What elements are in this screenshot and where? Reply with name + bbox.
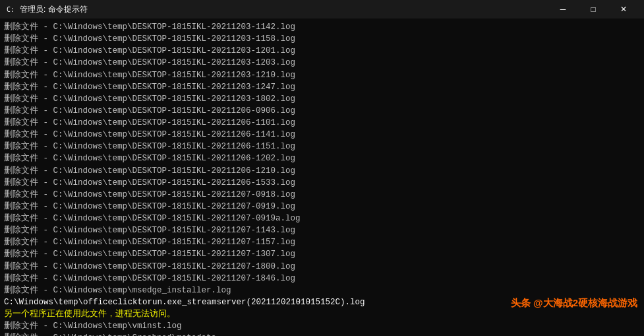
console-line: 删除文件 - C:\Windows\temp\DESKTOP-1815IKL-2…: [4, 118, 295, 127]
console-line: 删除文件 - C:\Windows\temp\vminst.log: [4, 321, 182, 331]
console-line: 删除文件 - C:\Windows\temp\DESKTOP-1815IKL-2…: [4, 262, 295, 271]
cmd-window: C: 管理员: 命令提示符 ─ □ ✕ 删除文件 - C:\Windows\te…: [0, 0, 644, 336]
console-line: 删除文件 - C:\Windows\temp\DESKTOP-1815IKL-2…: [4, 226, 295, 235]
close-button[interactable]: ✕: [608, 0, 639, 18]
console-line: 删除文件 - C:\Windows\temp\DESKTOP-1815IKL-2…: [4, 166, 295, 176]
title-bar-left: C: 管理员: 命令提示符: [5, 4, 88, 15]
console-line: 删除文件 - C:\Windows\temp\DESKTOP-1815IKL-2…: [4, 214, 301, 223]
console-line: 删除文件 - C:\Windows\temp\DESKTOP-1815IKL-2…: [4, 274, 295, 283]
maximize-button[interactable]: □: [578, 0, 608, 18]
console-output: 删除文件 - C:\Windows\temp\DESKTOP-1815IKL-2…: [4, 21, 640, 336]
title-bar: C: 管理员: 命令提示符 ─ □ ✕: [0, 0, 644, 18]
minimize-button[interactable]: ─: [548, 0, 578, 18]
console-line: 删除文件 - C:\Windows\temp\DESKTOP-1815IKL-2…: [4, 46, 295, 55]
console-area: 删除文件 - C:\Windows\temp\DESKTOP-1815IKL-2…: [0, 18, 644, 336]
console-line: 删除文件 - C:\Windows\temp\Crashpad\metadata: [4, 333, 216, 336]
console-line: 删除文件 - C:\Windows\temp\DESKTOP-1815IKL-2…: [4, 22, 295, 32]
console-line: 删除文件 - C:\Windows\temp\DESKTOP-1815IKL-2…: [4, 202, 295, 211]
console-line: 删除文件 - C:\Windows\temp\DESKTOP-1815IKL-2…: [4, 250, 295, 259]
console-line: 另一个程序正在使用此文件，进程无法访问。: [4, 310, 175, 319]
window-controls: ─ □ ✕: [548, 0, 639, 18]
console-line: 删除文件 - C:\Windows\temp\DESKTOP-1815IKL-2…: [4, 106, 295, 116]
console-line: 删除文件 - C:\Windows\temp\DESKTOP-1815IKL-2…: [4, 142, 295, 151]
console-line: 删除文件 - C:\Windows\temp\DESKTOP-1815IKL-2…: [4, 58, 295, 67]
cmd-icon: C:: [5, 4, 16, 15]
console-line: 删除文件 - C:\Windows\temp\DESKTOP-1815IKL-2…: [4, 83, 295, 92]
console-line: 删除文件 - C:\Windows\temp\DESKTOP-1815IKL-2…: [4, 190, 295, 199]
console-line: 删除文件 - C:\Windows\temp\DESKTOP-1815IKL-2…: [4, 178, 295, 187]
console-line: C:\Windows\temp\officeclicktorun.exe_str…: [4, 298, 365, 307]
svg-text:C:: C:: [7, 6, 15, 13]
watermark: 头条 @大海战2硬核海战游戏: [511, 297, 637, 310]
console-line: 删除文件 - C:\Windows\temp\msedge_installer.…: [4, 286, 231, 295]
console-line: 删除文件 - C:\Windows\temp\DESKTOP-1815IKL-2…: [4, 34, 295, 44]
console-line: 删除文件 - C:\Windows\temp\DESKTOP-1815IKL-2…: [4, 238, 295, 247]
console-line: 删除文件 - C:\Windows\temp\DESKTOP-1815IKL-2…: [4, 71, 295, 80]
console-line: 删除文件 - C:\Windows\temp\DESKTOP-1815IKL-2…: [4, 130, 295, 139]
window-title: 管理员: 命令提示符: [20, 4, 88, 15]
console-line: 删除文件 - C:\Windows\temp\DESKTOP-1815IKL-2…: [4, 94, 295, 104]
console-line: 删除文件 - C:\Windows\temp\DESKTOP-1815IKL-2…: [4, 154, 295, 163]
